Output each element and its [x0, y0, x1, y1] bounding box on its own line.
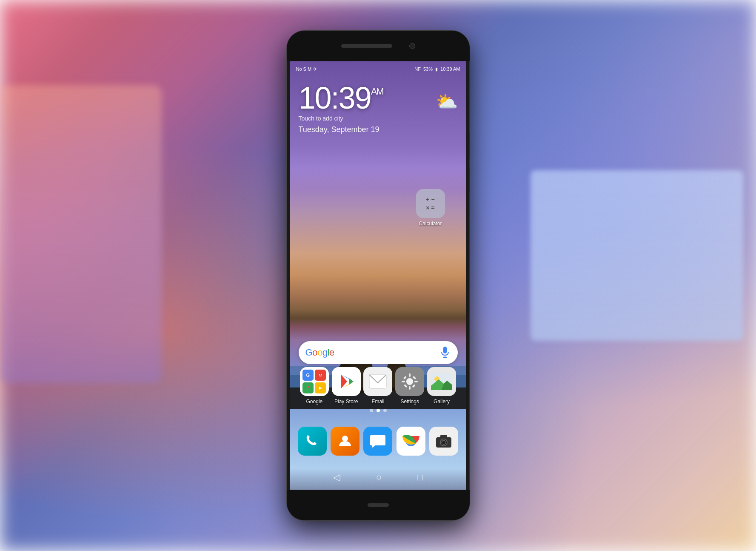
- back-button[interactable]: ◁: [333, 472, 340, 483]
- gallery-icon[interactable]: Gallery: [427, 367, 456, 405]
- svg-rect-23: [412, 384, 416, 387]
- play-store-box: [332, 367, 361, 396]
- email-envelope-icon: [369, 374, 387, 389]
- svg-rect-21: [413, 376, 416, 379]
- status-left: No SIM ✈: [296, 66, 317, 72]
- settings-gear-icon: [401, 373, 419, 390]
- play-store-label: Play Store: [332, 399, 361, 405]
- play-store-logo: [337, 373, 355, 390]
- play-icon-sm: ▶: [315, 382, 326, 393]
- svg-point-28: [342, 436, 348, 442]
- google-folder-box: G M 📍 ▶: [300, 367, 329, 396]
- chrome-icon-box: [397, 427, 425, 456]
- svg-rect-19: [414, 381, 418, 382]
- calculator-app-icon[interactable]: + − × = Calculator: [416, 189, 445, 227]
- google-folder-icon[interactable]: G M 📍 ▶ Google: [300, 367, 329, 405]
- phone-top-bezel: [287, 31, 470, 61]
- bg-right-panel: [531, 170, 743, 341]
- calculator-label: Calculator: [416, 221, 445, 227]
- svg-rect-33: [440, 435, 447, 438]
- page-dot-2: [377, 409, 380, 412]
- email-icon-box: [363, 367, 392, 396]
- calculator-icon-box: + − × =: [416, 189, 445, 218]
- svg-rect-20: [403, 376, 407, 379]
- page-indicators: [290, 409, 466, 412]
- clock-subtitle: Touch to add city: [299, 115, 383, 122]
- battery-percentage: 53%: [423, 66, 433, 72]
- clock-widget[interactable]: 10:39AM Touch to add city Tuesday, Septe…: [299, 83, 383, 134]
- bottom-dock: [290, 427, 466, 456]
- svg-rect-22: [404, 384, 407, 387]
- speaker-grille: [341, 44, 392, 48]
- status-right: NF 53% ▮ 10:39 AM: [414, 66, 460, 72]
- phone-app-icon[interactable]: [298, 427, 327, 456]
- nfc-indicator: NF: [414, 66, 421, 72]
- camera-lens-icon: [435, 434, 452, 448]
- gallery-icon-box: [427, 367, 456, 396]
- status-bar: No SIM ✈ NF 53% ▮ 10:39 AM: [290, 61, 466, 77]
- play-store-icon[interactable]: Play Store: [332, 367, 361, 405]
- messages-icon-box: [363, 427, 392, 456]
- home-button-nav[interactable]: ○: [376, 472, 382, 483]
- contacts-person-icon: [337, 433, 353, 449]
- svg-rect-16: [409, 373, 411, 377]
- svg-marker-10: [341, 374, 347, 389]
- email-label: Email: [363, 399, 392, 405]
- weather-icon: ⛅: [436, 91, 458, 112]
- weather-widget[interactable]: ⛅: [436, 91, 458, 112]
- google-logo: Google: [305, 347, 334, 358]
- phone-body: No SIM ✈ NF 53% ▮ 10:39 AM 10:39AM Touch…: [287, 31, 470, 520]
- sim-icon: ✈: [313, 66, 317, 72]
- recent-apps-button[interactable]: □: [417, 472, 422, 483]
- settings-icon-box: [395, 367, 424, 396]
- page-dot-3: [383, 409, 387, 412]
- google-search-bar[interactable]: Google: [299, 341, 458, 364]
- camera-icon-box: [429, 427, 458, 456]
- sim-status: No SIM: [296, 66, 312, 72]
- bg-left-panel: [0, 85, 162, 383]
- mic-icon: [441, 347, 449, 359]
- google-folder-label: Google: [300, 399, 329, 405]
- svg-rect-18: [402, 381, 405, 382]
- battery-icon: ▮: [435, 66, 438, 72]
- svg-rect-17: [409, 386, 411, 390]
- phone-screen[interactable]: No SIM ✈ NF 53% ▮ 10:39 AM 10:39AM Touch…: [290, 61, 466, 490]
- svg-point-15: [406, 378, 413, 385]
- chrome-app-icon[interactable]: [397, 427, 425, 456]
- settings-label: Settings: [395, 399, 424, 405]
- gallery-landscape-icon: [431, 373, 452, 390]
- page-dot-1: [370, 409, 373, 412]
- clock-date: Tuesday, September 19: [299, 125, 383, 134]
- email-icon[interactable]: Email: [363, 367, 392, 405]
- power-button[interactable]: [287, 158, 287, 192]
- gallery-label: Gallery: [427, 399, 456, 405]
- svg-marker-13: [349, 379, 354, 385]
- phone-bottom-bezel: [287, 490, 470, 520]
- svg-rect-6: [443, 347, 447, 353]
- camera-app-icon[interactable]: [429, 427, 458, 456]
- status-time: 10:39 AM: [440, 66, 460, 72]
- volume-up-button[interactable]: [469, 133, 470, 158]
- phone-icon-box: [298, 427, 327, 456]
- google-icon-sm: G: [302, 370, 314, 381]
- phone-device: No SIM ✈ NF 53% ▮ 10:39 AM 10:39AM Touch…: [287, 31, 470, 520]
- chrome-logo-icon: [401, 431, 421, 451]
- messages-bubble-icon: [369, 433, 386, 449]
- svg-point-36: [442, 440, 443, 442]
- settings-icon[interactable]: Settings: [395, 367, 424, 405]
- app-row: G M 📍 ▶ Google: [290, 367, 466, 405]
- clock-time: 10:39AM: [299, 83, 383, 113]
- google-mic-button[interactable]: [439, 347, 451, 359]
- contacts-app-icon[interactable]: [331, 427, 359, 456]
- nav-bar: ◁ ○ □: [290, 472, 466, 483]
- volume-down-button[interactable]: [469, 167, 470, 192]
- maps-icon-sm: 📍: [302, 382, 314, 393]
- messages-app-icon[interactable]: [363, 427, 392, 456]
- gmail-icon-sm: M: [315, 370, 326, 381]
- phone-handset-icon: [305, 433, 320, 449]
- contacts-icon-box: [331, 427, 359, 456]
- physical-home-button[interactable]: [368, 503, 389, 507]
- front-camera: [409, 43, 415, 49]
